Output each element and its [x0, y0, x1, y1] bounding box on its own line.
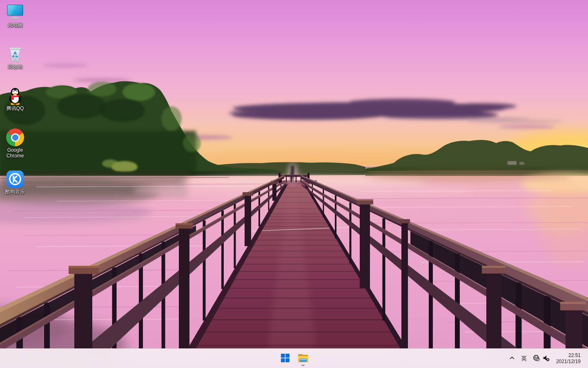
icon-label: Google Chrome — [0, 148, 30, 159]
desktop-wallpaper — [0, 0, 588, 368]
desktop-icon-kugou-music[interactable]: 酷狗音乐 — [0, 169, 30, 208]
file-explorer-icon — [298, 352, 309, 365]
icon-label: 回收站 — [8, 64, 22, 70]
lakeside-building — [508, 161, 517, 165]
icon-label: 此电脑 — [8, 22, 22, 28]
tray-date: 2021/12/19 — [556, 359, 581, 365]
desktop-icon-this-pc[interactable]: 此电脑 — [0, 2, 30, 41]
network-no-internet-icon — [533, 355, 540, 363]
tray-chevron-button[interactable] — [506, 350, 518, 367]
qq-penguin-icon — [5, 86, 25, 105]
desktop-icon-recycle-bin[interactable]: 回收站 — [0, 44, 30, 83]
desktop-icon-google-chrome[interactable]: Google Chrome — [0, 128, 30, 166]
volume-muted-icon — [543, 355, 550, 363]
desktop-icon-column: 此电脑 回收站 — [0, 2, 30, 211]
quick-settings-button[interactable] — [530, 350, 553, 367]
taskbar-center-group — [277, 349, 311, 368]
kugou-k-icon — [5, 169, 25, 189]
system-tray: 英 22:51 — [506, 349, 588, 368]
explorer-running-indicator — [301, 365, 305, 366]
recycle-bin-icon — [5, 44, 25, 64]
ime-language-label: 英 — [521, 355, 527, 362]
icon-label: 腾讯QQ — [7, 106, 24, 112]
tray-time: 22:51 — [568, 352, 581, 359]
chevron-up-icon — [509, 355, 515, 363]
chrome-icon — [5, 128, 25, 147]
desktop-icon-tencent-qq[interactable]: 腾讯QQ — [0, 86, 30, 124]
clock[interactable]: 22:51 2021/12/19 — [553, 350, 581, 367]
ime-indicator[interactable]: 英 — [518, 350, 530, 367]
taskbar: 英 22:51 — [0, 348, 588, 368]
icon-label: 酷狗音乐 — [5, 189, 25, 195]
windows-logo-icon — [281, 354, 290, 364]
start-button[interactable] — [277, 350, 293, 367]
monitor-icon — [5, 2, 25, 22]
file-explorer-button[interactable] — [295, 350, 311, 367]
windows-desktop: { "desktop": { "icons": [ { "id": "this-… — [0, 0, 588, 368]
